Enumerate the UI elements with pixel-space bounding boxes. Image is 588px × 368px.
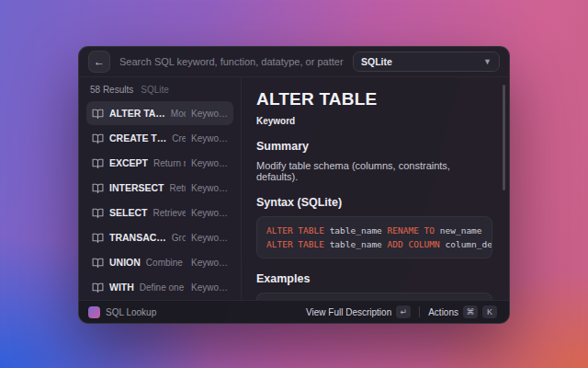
item-title: ALTER TA… bbox=[109, 108, 165, 119]
view-full-description-button[interactable]: View Full Description ↵ bbox=[303, 304, 413, 320]
search-input[interactable] bbox=[118, 55, 345, 68]
item-subtitle: Modify ta… bbox=[171, 109, 186, 119]
item-badge: Keywo… bbox=[191, 233, 228, 243]
results-sidebar: 58 Results SQLite ALTER TA… Modify ta… K… bbox=[79, 77, 242, 300]
actions-button[interactable]: Actions ⌘ K bbox=[425, 304, 500, 320]
book-icon bbox=[92, 207, 104, 219]
main-area: 58 Results SQLite ALTER TA… Modify ta… K… bbox=[79, 77, 509, 300]
footer-bar: SQL Lookup View Full Description ↵ Actio… bbox=[79, 300, 509, 323]
detail-panel: ALTER TABLE Keyword Summary Modify table… bbox=[242, 77, 509, 300]
book-icon bbox=[92, 282, 104, 293]
list-item[interactable]: WITH Define one or m… Keywo… bbox=[86, 275, 233, 299]
cmd-keycap: ⌘ bbox=[463, 305, 478, 318]
code-line: ALTER TABLE table_name ADD COLUMN column… bbox=[266, 237, 482, 251]
list-item[interactable]: INTERSECT Return ro… Keywo… bbox=[86, 176, 233, 200]
item-title: WITH bbox=[109, 282, 134, 293]
code-keyword: ALTER TABLE bbox=[266, 225, 330, 236]
footer-divider bbox=[419, 306, 420, 317]
book-icon bbox=[92, 182, 104, 194]
book-icon bbox=[92, 132, 104, 144]
app-name: SQL Lookup bbox=[106, 307, 156, 317]
list-item[interactable]: ALTER TA… Modify ta… Keywo… bbox=[86, 101, 233, 125]
summary-text: Modify table schema (columns, constraint… bbox=[256, 160, 492, 182]
list-item[interactable]: EXCEPT Return rows f… Keywo… bbox=[86, 151, 233, 175]
item-title: TRANSAC… bbox=[109, 232, 166, 243]
code-keyword: TO bbox=[424, 225, 440, 236]
item-subtitle: Combine resul… bbox=[146, 258, 186, 268]
code-keyword: ADD COLUMN bbox=[388, 239, 446, 249]
kind-label: Keyword bbox=[256, 116, 492, 126]
view-full-description-label: View Full Description bbox=[306, 307, 391, 317]
examples-heading: Examples bbox=[256, 272, 492, 285]
list-item[interactable]: SELECT Retrieve colu… Keywo… bbox=[86, 201, 233, 224]
results-count: 58 Results bbox=[90, 85, 133, 95]
results-list: ALTER TA… Modify ta… Keywo… CREATE T… Cr… bbox=[86, 101, 233, 300]
k-keycap: K bbox=[482, 305, 497, 318]
code-line: ALTER TABLE table_name RENAME TO new_nam… bbox=[266, 224, 482, 237]
code-keyword: RENAME bbox=[388, 225, 424, 236]
arrow-left-icon: ← bbox=[94, 55, 105, 68]
summary-heading: Summary bbox=[256, 140, 492, 153]
desktop-background: { "colors": { "code_keyword": "#e2664b",… bbox=[0, 0, 588, 368]
list-item[interactable]: UNION Combine resul… Keywo… bbox=[86, 250, 233, 274]
item-title: SELECT bbox=[109, 207, 147, 218]
search-bar: ← SQLite ▼ bbox=[79, 47, 509, 76]
item-badge: Keywo… bbox=[191, 208, 228, 218]
item-badge: Keywo… bbox=[191, 183, 228, 193]
item-title: EXCEPT bbox=[109, 157, 148, 168]
book-icon bbox=[92, 108, 104, 120]
item-badge: Keywo… bbox=[191, 133, 228, 144]
item-badge: Keywo… bbox=[191, 158, 228, 168]
item-badge: Keywo… bbox=[191, 258, 228, 268]
item-title: INTERSECT bbox=[109, 182, 164, 193]
back-button[interactable]: ← bbox=[88, 51, 110, 73]
item-title: UNION bbox=[109, 257, 141, 268]
sql-lookup-window: ← SQLite ▼ 58 Results SQLite ALTER TA… M… bbox=[78, 46, 510, 324]
book-icon bbox=[92, 257, 104, 269]
item-subtitle: Retrieve colu… bbox=[153, 208, 186, 218]
detail-scrollbar[interactable] bbox=[503, 85, 505, 190]
item-subtitle: Create a… bbox=[172, 133, 186, 144]
item-badge: Keywo… bbox=[191, 109, 228, 119]
app-icon bbox=[88, 306, 100, 318]
item-subtitle: Return ro… bbox=[170, 183, 186, 193]
page-title: ALTER TABLE bbox=[256, 89, 492, 109]
chevron-down-icon: ▼ bbox=[483, 58, 492, 66]
list-item[interactable]: TRANSAC… Group st… Keywo… bbox=[86, 225, 233, 249]
results-scope: SQLite bbox=[141, 85, 169, 95]
enter-keycap: ↵ bbox=[396, 305, 411, 318]
item-title: CREATE T… bbox=[109, 132, 166, 144]
book-icon bbox=[92, 232, 104, 244]
item-subtitle: Group st… bbox=[172, 233, 186, 243]
actions-label: Actions bbox=[428, 307, 458, 317]
source-dropdown[interactable]: SQLite ▼ bbox=[353, 52, 500, 72]
item-subtitle: Return rows f… bbox=[153, 158, 186, 168]
results-header: 58 Results SQLite bbox=[86, 83, 233, 101]
code-keyword: ALTER TABLE bbox=[266, 239, 330, 249]
list-item[interactable]: CREATE T… Create a… Keywo… bbox=[86, 126, 233, 150]
book-icon bbox=[92, 157, 104, 169]
item-subtitle: Define one or m… bbox=[140, 282, 186, 293]
item-badge: Keywo… bbox=[191, 282, 228, 293]
syntax-heading: Syntax (SQLite) bbox=[256, 196, 492, 209]
syntax-code-block: ALTER TABLE table_name RENAME TO new_nam… bbox=[256, 216, 492, 259]
examples-code-block: ALTER TABLE users ADD COLUMN last_login … bbox=[256, 293, 492, 300]
source-dropdown-value: SQLite bbox=[361, 56, 483, 67]
